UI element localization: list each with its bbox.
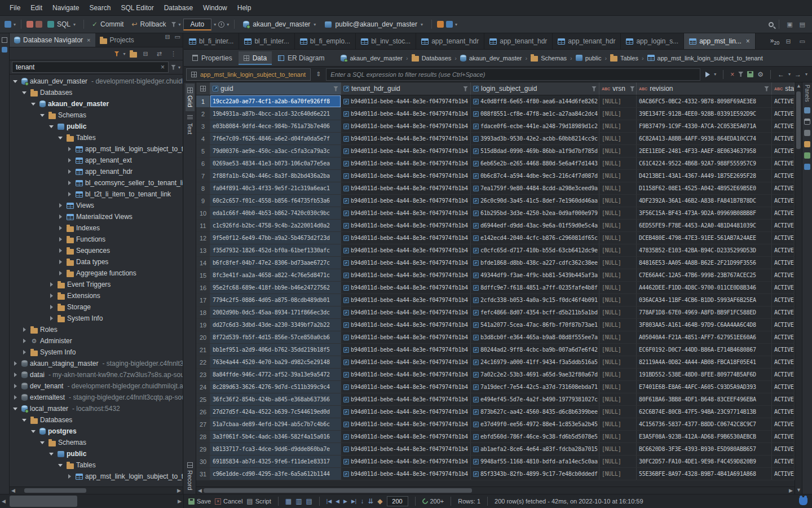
breadcrumb-item-schemas[interactable]: Schemas — [531, 54, 567, 62]
cell-guid[interactable]: 7f6e7c09-f626-4846-a6e2-d04fa0da5e7f — [210, 133, 341, 144]
cell-tenant-hdr-guid[interactable]: b94d011d-bebe-4a44-8e3e-f047974fb1b4 — [341, 207, 471, 219]
script-button[interactable]: ▤ Script — [246, 498, 271, 505]
scrollbar-thumb[interactable] — [796, 91, 801, 149]
commit-button[interactable]: ✓ Commit — [89, 19, 126, 30]
cell-guid[interactable]: 36fc36f2-854b-424b-a845-e368ab637366 — [210, 393, 341, 405]
cell-tenant-hdr-guid[interactable]: b94d011d-bebe-4a44-8e3e-f047974fb1b4 — [341, 393, 471, 405]
cell-revision[interactable]: 47835B52-E103-42BA-B94C-D2335299D53D — [637, 244, 772, 256]
cell-tenant-hdr-guid[interactable]: b94d011d-bebe-4a44-8e3e-f047974fb1b4 — [341, 269, 471, 281]
cell-login-subject-guid[interactable]: ebfd560d-786f-46ce-9c38-fd6b5d5078e5 — [471, 431, 599, 443]
cell-status[interactable]: ACTIVE — [772, 120, 795, 132]
tree-item-event-triggers[interactable]: Event Triggers — [10, 279, 183, 290]
scroll-right-icon[interactable]: ▶ — [176, 498, 183, 505]
cell-vrsn[interactable]: [NULL] — [599, 170, 637, 182]
cell-tenant-hdr-guid[interactable]: b94d011d-bebe-4a44-8e3e-f047974fb1b4 — [341, 431, 471, 443]
scrollbar-track[interactable] — [17, 487, 175, 494]
cell-status[interactable]: ACTIVE — [772, 381, 795, 393]
compare-icon[interactable] — [446, 21, 453, 28]
cell-guid[interactable]: 8a84ffde-946c-4772-af52-39a13e9a5472 — [210, 369, 341, 380]
schema-selector[interactable]: public@akaun_dev_master ▾ — [321, 19, 426, 30]
cell-tenant-hdr-guid[interactable]: b94d011d-bebe-4a44-8e3e-f047974fb1b4 — [341, 356, 471, 368]
scroll-up-icon[interactable]: ▲ — [795, 82, 802, 90]
expand-icon[interactable] — [12, 392, 19, 402]
menu-edit[interactable]: Edit — [25, 1, 47, 15]
expand-icon[interactable] — [66, 178, 73, 188]
add-row-button[interactable]: ▦ — [285, 498, 292, 505]
panel-grid-icon[interactable] — [804, 119, 810, 125]
tree-item-databases[interactable]: Databases — [10, 87, 183, 98]
tree-item-externaltest[interactable]: externaltest- staging-bigledger.c4fnnlt3… — [10, 392, 183, 403]
cell-status[interactable]: ACTIVE — [772, 406, 795, 418]
filter-objects-icon[interactable] — [114, 51, 120, 56]
scrollbar-thumb[interactable] — [204, 488, 472, 493]
cell-revision[interactable]: C7E66A4C-12A5-47B6-9998-23B767ACEC25 — [637, 269, 772, 281]
row-number[interactable]: 27 — [196, 418, 210, 430]
cell-revision[interactable]: 39E1347E-912B-4EE0-928B-03391E592D9C — [637, 108, 772, 120]
transaction-log-icon[interactable] — [36, 21, 42, 28]
nav-back-caret[interactable]: ▾ — [788, 72, 791, 77]
row-number[interactable]: 26 — [196, 406, 210, 418]
cell-login-subject-guid[interactable]: e37d49f0-ee56-4972-88e4-1c853e5a2b45 — [471, 418, 599, 430]
cell-status[interactable]: ACTIVE — [772, 195, 795, 207]
tree-item-akaun-dev-master[interactable]: akaun_dev_master- development-bigledger.… — [10, 76, 183, 87]
cell-tenant-hdr-guid[interactable]: b94d011d-bebe-4a44-8e3e-f047974fb1b4 — [341, 157, 471, 169]
cell-revision[interactable]: 036ACA34-11BF-4CB6-B1DD-5993AF6B25EA — [637, 294, 772, 306]
cell-vrsn[interactable]: [NULL] — [599, 319, 637, 331]
cell-status[interactable]: ACTIVE — [772, 418, 795, 430]
cell-status[interactable]: ACTIVE — [772, 306, 795, 318]
row-number[interactable]: 23 — [196, 369, 210, 380]
cell-guid[interactable]: 7794c2f5-0886-4d05-a875-08cdb489db01 — [210, 294, 341, 306]
collapse-icon[interactable] — [48, 121, 55, 132]
cell-status[interactable]: ACTIVE — [772, 431, 795, 443]
cell-revision[interactable]: 6ED55FE9-F78E-4453-A2A0-4B1D4481039C — [637, 220, 772, 231]
cell-vrsn[interactable]: [NULL] — [599, 133, 637, 144]
filter-settings-icon[interactable]: ⚙ — [757, 71, 764, 78]
collapse-icon[interactable] — [39, 110, 46, 120]
cell-tenant-hdr-guid[interactable]: b94d011d-bebe-4a44-8e3e-f047974fb1b4 — [341, 282, 471, 294]
sql-editor-button[interactable]: SQL ▾ — [45, 19, 78, 30]
expand-icon[interactable] — [57, 212, 64, 222]
cell-login-subject-guid[interactable]: 541a2077-5cea-47ac-86fb-f70f87b73ae1 — [471, 319, 599, 331]
cell-guid[interactable]: 8c289d63-3626-4276-9d7d-c511b399c9c4 — [210, 381, 341, 393]
cell-guid[interactable]: c1c926fd-b2bc-4758-9c4b-2a220014d0a2 — [210, 220, 341, 231]
cell-revision[interactable]: BC6620D8-3F3E-4393-B930-E5D980ABB657 — [637, 443, 772, 455]
nav-forward-caret[interactable]: ▾ — [805, 72, 807, 77]
cell-guid[interactable]: 2002d90b-0dc5-45aa-8934-171f866ec3dc — [210, 306, 341, 318]
cell-login-subject-guid[interactable]: 61b295bd-3d3e-4250-b2ea-0d9af000e979 — [471, 207, 599, 219]
cell-vrsn[interactable]: [NULL] — [599, 456, 637, 467]
grid-corner[interactable] — [196, 82, 210, 95]
column-header-revision[interactable]: ABCrevision — [637, 82, 772, 95]
last-row-button[interactable]: ▶| — [351, 498, 356, 504]
erase-filter-icon[interactable]: × — [730, 71, 734, 78]
cell-revision[interactable]: 80F61BA6-3BB8-4DF1-B648-83CEEF496EBA — [637, 393, 772, 405]
cell-vrsn[interactable]: [NULL] — [599, 331, 637, 343]
collapse-icon[interactable] — [57, 133, 64, 143]
editor-tab-app-tenant-hdr[interactable]: app_tenant_hdr — [553, 33, 621, 49]
column-header-status[interactable]: ABCstatus — [772, 82, 795, 95]
collapse-icon[interactable] — [48, 449, 55, 459]
scrollbar-thumb[interactable] — [24, 488, 86, 493]
cell-status[interactable]: ACTIVE — [772, 108, 795, 120]
fetch-size-input[interactable]: 200 — [387, 496, 408, 506]
scroll-left-icon[interactable]: ◀ — [10, 487, 17, 494]
save-filter-icon[interactable] — [747, 71, 753, 77]
expand-icon[interactable] — [48, 291, 55, 301]
cell-status[interactable]: ACTIVE — [772, 294, 795, 306]
cell-tenant-hdr-guid[interactable]: b94d011d-bebe-4a44-8e3e-f047974fb1b4 — [341, 170, 471, 182]
editor-tab-app-mst-lin[interactable]: app_mst_lin...× — [684, 33, 756, 49]
breadcrumb-item-public[interactable]: public — [576, 55, 602, 62]
cell-revision[interactable]: DCEB480E-4798-47E3-91EE-561AB7A24AEE — [637, 232, 772, 244]
previous-row-button[interactable]: ◀ — [336, 498, 339, 504]
tree-item-bl-t2t-li-item-to-tenant-link[interactable]: bl_t2t_li_item_to_tenant_link — [10, 189, 183, 200]
filter-history-caret[interactable]: ▾ — [714, 72, 716, 77]
tree-horizontal-scrollbar[interactable]: ◀ ▶ — [10, 487, 183, 494]
row-number[interactable]: 11 — [196, 220, 210, 231]
row-number[interactable]: 19 — [196, 319, 210, 331]
cell-revision[interactable]: A05040A4-F21A-4851-AFF7-627951EE60A6 — [637, 331, 772, 343]
cancel-button[interactable]: × Cancel — [215, 498, 242, 505]
cell-status[interactable]: ACTIVE — [772, 393, 795, 405]
rollback-button[interactable]: ↩ Rollback — [129, 19, 169, 30]
cell-status[interactable]: ACTIVE — [772, 182, 795, 194]
expand-icon[interactable] — [57, 200, 64, 211]
tree-item-public[interactable]: public — [10, 121, 183, 132]
